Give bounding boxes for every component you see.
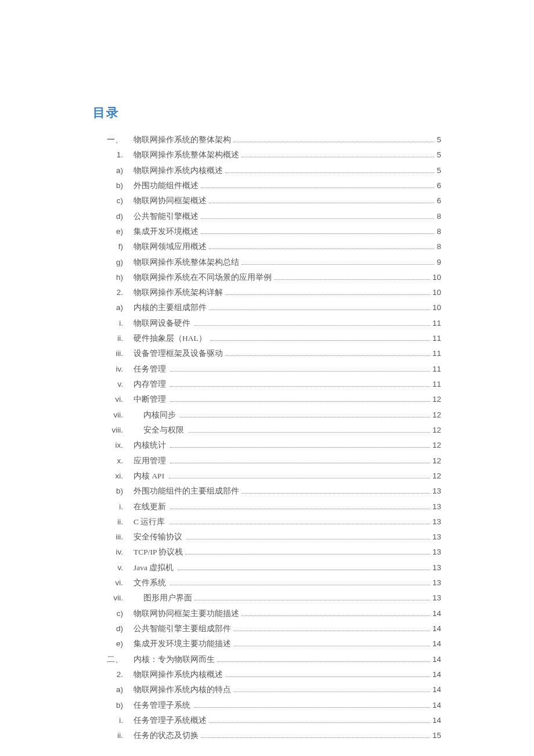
toc-entry[interactable]: 2.物联网操作系统内核概述14 xyxy=(93,667,441,682)
toc-entry[interactable]: vii. 内核同步 12 xyxy=(93,408,441,423)
toc-entry-marker: 二、 xyxy=(93,652,134,667)
toc-entry-title: 物联网协同框架概述 xyxy=(134,193,207,208)
toc-entry-page: 12 xyxy=(432,453,441,469)
toc-entry[interactable]: ii.硬件抽象层（HAL） 11 xyxy=(93,331,441,346)
toc-dot-leader xyxy=(211,340,430,341)
toc-entry[interactable]: iii.安全传输协议 13 xyxy=(93,530,441,545)
toc-entry[interactable]: v.内存管理 11 xyxy=(93,377,441,392)
toc-entry[interactable]: c)物联网协同框架概述6 xyxy=(93,193,441,208)
toc-dot-leader xyxy=(241,493,430,494)
toc-entry[interactable]: v.Java 虚拟机 13 xyxy=(93,560,441,575)
toc-entry-marker: 一、 xyxy=(93,132,134,147)
toc-entry-title: 内存管理 xyxy=(134,377,168,392)
toc-entry-page: 11 xyxy=(432,346,441,361)
toc-entry[interactable]: d)公共智能引擎主要组成部件14 xyxy=(93,621,441,636)
toc-entry-page: 12 xyxy=(432,423,441,438)
toc-entry-marker: i. xyxy=(93,316,134,331)
toc-dot-leader xyxy=(233,646,430,646)
toc-dot-leader xyxy=(225,355,430,356)
toc-entry-page: 11 xyxy=(432,331,441,346)
toc-dot-leader xyxy=(170,401,430,402)
toc-entry-page: 12 xyxy=(432,469,441,484)
toc-entry-title: 物联网操作系统内核概述 xyxy=(134,163,223,178)
toc-entry-title: 物联网操作系统的整体架构 xyxy=(134,132,231,147)
toc-entry-marker: vi. xyxy=(93,575,134,591)
toc-entry[interactable]: a)物联网操作系统内核的特点14 xyxy=(93,682,441,697)
toc-entry[interactable]: 1.物联网操作系统整体架构概述5 xyxy=(93,147,441,163)
toc-entry[interactable]: viii. 安全与权限 12 xyxy=(93,423,441,438)
toc-entry-page: 14 xyxy=(432,652,441,667)
toc-entry-title: 安全与权限 xyxy=(134,423,186,438)
toc-entry-marker: v. xyxy=(93,377,134,392)
toc-dot-leader xyxy=(201,737,430,738)
toc-dot-leader xyxy=(274,279,430,280)
toc-entry[interactable]: i.在线更新 13 xyxy=(93,499,441,514)
toc-dot-leader xyxy=(209,203,434,203)
toc-entry[interactable]: f)物联网领域应用概述8 xyxy=(93,239,441,254)
toc-entry[interactable]: b)任务管理子系统 14 xyxy=(93,698,441,713)
toc-entry[interactable]: e)集成开发环境主要功能描述14 xyxy=(93,636,441,651)
toc-entry-title: 任务管理子系统 xyxy=(134,698,192,713)
toc-entry[interactable]: b)外围功能组件的主要组成部件13 xyxy=(93,484,441,499)
toc-entry-page: 14 xyxy=(432,621,441,636)
toc-entry-title: 内核同步 xyxy=(134,408,178,423)
toc-entry-title: 文件系统 xyxy=(134,575,168,591)
toc-entry[interactable]: vii. 图形用户界面13 xyxy=(93,591,441,606)
toc-entry-marker: ii. xyxy=(93,728,134,743)
toc-entry[interactable]: ii.C 运行库 13 xyxy=(93,514,441,530)
toc-entry-title: 内核：专为物联网而生 xyxy=(134,652,215,667)
toc-dot-leader xyxy=(225,294,430,295)
toc-entry-title: 物联网协同框架主要功能描述 xyxy=(134,606,239,621)
toc-entry[interactable]: b)外围功能组件概述6 xyxy=(93,178,441,193)
toc-entry-page: 14 xyxy=(432,682,441,697)
toc-entry-marker: a) xyxy=(93,163,134,178)
toc-entry-title: 内核的主要组成部件 xyxy=(134,300,207,315)
toc-entry[interactable]: h)物联网操作系统在不同场景的应用举例10 xyxy=(93,270,441,285)
toc-entry-title: 物联网操作系统整体架构总结 xyxy=(134,255,239,270)
toc-dot-leader xyxy=(180,417,430,417)
toc-entry[interactable]: iv.任务管理 11 xyxy=(93,362,441,377)
toc-entry[interactable]: a)内核的主要组成部件10 xyxy=(93,300,441,315)
toc-entry-page: 8 xyxy=(436,239,441,254)
toc-entry[interactable]: c)物联网协同框架主要功能描述14 xyxy=(93,606,441,621)
toc-entry[interactable]: vi.中断管理 12 xyxy=(93,392,441,407)
toc-entry-marker: a) xyxy=(93,300,134,315)
toc-dot-leader xyxy=(217,661,430,662)
toc-entry[interactable]: i.物联网设备硬件 11 xyxy=(93,316,441,331)
toc-entry-marker: iii. xyxy=(93,530,134,545)
toc-entry-marker: ix. xyxy=(93,438,134,453)
toc-entry[interactable]: ii.任务的状态及切换15 xyxy=(93,728,441,743)
toc-entry-marker: e) xyxy=(93,224,134,239)
toc-entry-page: 11 xyxy=(432,362,441,377)
toc-entry-page: 14 xyxy=(432,698,441,713)
toc-entry[interactable]: 二、内核：专为物联网而生14 xyxy=(93,652,441,667)
toc-dot-leader xyxy=(178,570,430,570)
toc-entry-page: 12 xyxy=(432,438,441,453)
toc-entry[interactable]: iv.TCP/IP 协议栈13 xyxy=(93,545,441,560)
toc-entry-marker: 2. xyxy=(93,667,134,682)
toc-entry[interactable]: 2.物联网操作系统架构详解10 xyxy=(93,285,441,300)
toc-entry[interactable]: g)物联网操作系统整体架构总结9 xyxy=(93,255,441,270)
toc-entry-marker: h) xyxy=(93,270,134,285)
toc-entry[interactable]: x.应用管理 12 xyxy=(93,453,441,469)
toc-entry[interactable]: xi.内核 API 12 xyxy=(93,469,441,484)
toc-entry[interactable]: vi.文件系统 13 xyxy=(93,575,441,591)
toc-dot-leader xyxy=(233,142,434,142)
toc-entry-title: 公共智能引擎概述 xyxy=(134,209,199,224)
toc-entry[interactable]: a)物联网操作系统内核概述5 xyxy=(93,163,441,178)
toc-entry-marker: b) xyxy=(93,698,134,713)
toc-entry[interactable]: ix.内核统计 12 xyxy=(93,438,441,453)
toc-entry-page: 13 xyxy=(432,591,441,606)
toc-entry[interactable]: d)公共智能引擎概述8 xyxy=(93,209,441,224)
toc-entry[interactable]: iii.设备管理框架及设备驱动11 xyxy=(93,346,441,361)
toc-entry-marker: 1. xyxy=(93,147,134,163)
toc-entry-page: 11 xyxy=(432,316,441,331)
toc-entry[interactable]: e)集成开发环境概述8 xyxy=(93,224,441,239)
toc-dot-leader xyxy=(233,692,430,692)
toc-entry[interactable]: i.任务管理子系统概述14 xyxy=(93,713,441,728)
toc-entry-marker: c) xyxy=(93,193,134,208)
toc-entry-marker: iii. xyxy=(93,346,134,361)
toc-entry-marker: d) xyxy=(93,621,134,636)
toc-dot-leader xyxy=(209,249,434,249)
toc-entry[interactable]: 一、物联网操作系统的整体架构5 xyxy=(93,132,441,147)
